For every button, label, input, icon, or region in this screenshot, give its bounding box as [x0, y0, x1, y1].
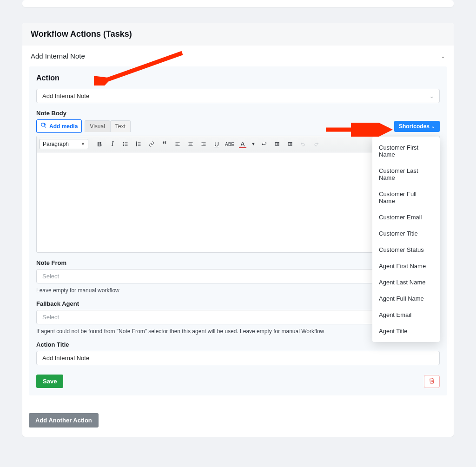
- chevron-down-icon: ⌄: [431, 124, 435, 129]
- italic-button[interactable]: I: [107, 138, 118, 150]
- numbered-list-button[interactable]: 123: [133, 138, 144, 150]
- shortcodes-dropdown: Customer First Name Customer Last Name C…: [372, 137, 440, 342]
- panel-title: Workflow Actions (Tasks): [22, 23, 454, 46]
- save-button[interactable]: Save: [36, 375, 63, 388]
- format-select-value: Paragraph: [43, 141, 69, 147]
- add-media-label: Add media: [49, 123, 78, 130]
- bold-button[interactable]: B: [94, 138, 105, 150]
- chevron-down-icon: ⌄: [441, 53, 445, 59]
- add-media-button[interactable]: Add media: [36, 119, 82, 133]
- shortcode-item[interactable]: Agent Email: [372, 307, 440, 323]
- fallback-agent-placeholder: Select: [42, 314, 59, 321]
- shortcode-item[interactable]: Agent Last Name: [372, 274, 440, 290]
- workflow-actions-panel: Workflow Actions (Tasks) Add Internal No…: [22, 23, 454, 437]
- shortcodes-button[interactable]: Shortcodes ⌄: [394, 121, 440, 132]
- outdent-button[interactable]: [271, 138, 283, 150]
- editor-left-tools: Add media Visual Text: [36, 119, 131, 133]
- shortcode-item[interactable]: Customer Last Name: [372, 163, 440, 186]
- redo-button[interactable]: [311, 138, 322, 150]
- tab-text[interactable]: Text: [110, 120, 131, 132]
- svg-point-5: [123, 142, 124, 143]
- shortcode-item[interactable]: Agent Title: [372, 323, 440, 339]
- clear-formatting-button[interactable]: [258, 138, 270, 150]
- undo-button[interactable]: [298, 138, 309, 150]
- indent-button[interactable]: [284, 138, 296, 150]
- action-heading: Action: [36, 74, 440, 82]
- tab-visual[interactable]: Visual: [85, 120, 110, 132]
- link-button[interactable]: [146, 138, 157, 150]
- action-title-label: Action Title: [36, 341, 440, 348]
- prev-panel-fragment: [22, 0, 454, 7]
- note-body-label: Note Body: [36, 110, 440, 117]
- text-color-button[interactable]: A: [237, 138, 248, 150]
- add-another-action-button[interactable]: Add Another Action: [29, 413, 99, 428]
- action-select[interactable]: Add Internal Note ⌄: [36, 89, 440, 103]
- shortcode-item[interactable]: Customer Status: [372, 242, 440, 258]
- action-select-value: Add Internal Note: [42, 92, 89, 99]
- shortcode-item[interactable]: Agent First Name: [372, 258, 440, 274]
- align-center-button[interactable]: [185, 138, 196, 150]
- shortcodes-wrapper: Shortcodes ⌄ Customer First Name Custome…: [394, 121, 440, 132]
- shortcode-item[interactable]: Agent Full Name: [372, 290, 440, 307]
- action-body: Action Add Internal Note ⌄ Note Body Add…: [29, 66, 447, 395]
- chevron-down-icon: ▼: [81, 142, 85, 146]
- accordion-title: Add Internal Note: [31, 52, 85, 60]
- delete-button[interactable]: [424, 375, 440, 388]
- align-left-button[interactable]: [172, 138, 183, 150]
- trash-icon: [429, 377, 435, 385]
- action-accordion-header[interactable]: Add Internal Note ⌄: [22, 46, 454, 66]
- strikethrough-button[interactable]: ABE: [224, 138, 235, 150]
- save-row: Save: [36, 375, 440, 388]
- bullet-list-button[interactable]: [120, 138, 131, 150]
- editor-top-row: Add media Visual Text: [36, 119, 440, 133]
- svg-point-9: [123, 145, 124, 146]
- media-icon: [40, 122, 47, 130]
- text-color-dropdown[interactable]: ▼: [250, 138, 257, 150]
- shortcode-item[interactable]: Customer Full Name: [372, 186, 440, 209]
- shortcode-item[interactable]: Customer Title: [372, 225, 440, 242]
- svg-point-7: [123, 144, 124, 145]
- annotation-arrow-shortcodes: [324, 123, 398, 137]
- underline-button[interactable]: U: [211, 138, 222, 150]
- svg-text:3: 3: [136, 145, 137, 146]
- blockquote-button[interactable]: “: [159, 138, 170, 150]
- shortcodes-label: Shortcodes: [399, 123, 430, 130]
- align-right-button[interactable]: [198, 138, 209, 150]
- shortcode-item[interactable]: Customer First Name: [372, 139, 440, 163]
- action-title-input[interactable]: [36, 351, 440, 365]
- format-select[interactable]: Paragraph ▼: [40, 139, 88, 149]
- note-from-placeholder: Select: [42, 273, 59, 280]
- chevron-down-icon: ⌄: [430, 93, 434, 99]
- shortcode-item[interactable]: Customer Email: [372, 209, 440, 225]
